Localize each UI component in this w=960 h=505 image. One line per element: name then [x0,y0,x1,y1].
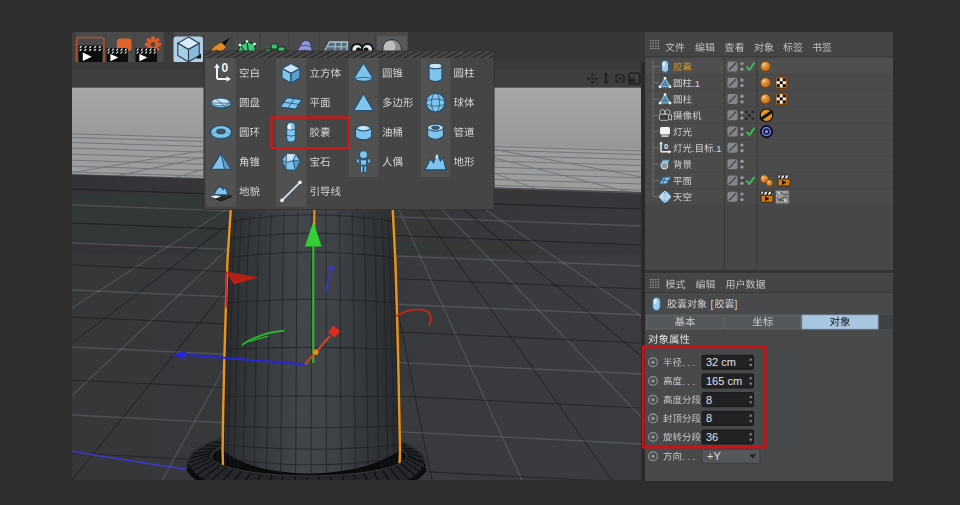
svg-text:. . .: . . . [682,451,695,462]
svg-text:.1: .1 [714,143,722,154]
svg-text:0: 0 [222,61,229,75]
svg-text:36: 36 [706,431,718,443]
svg-text:. . .: . . . [682,376,695,387]
svg-text:[: [ [711,299,714,310]
svg-text:165 cm: 165 cm [706,375,742,387]
svg-text:32 cm: 32 cm [706,356,736,368]
svg-text:8: 8 [706,412,712,424]
svg-text:. . .: . . . [682,357,695,368]
svg-text:.1: .1 [692,78,700,89]
svg-text:+Y: +Y [707,450,721,462]
svg-text:.: . [692,143,695,154]
svg-text:]: ] [735,299,738,310]
svg-text:8: 8 [706,394,712,406]
svg-text:0: 0 [664,142,668,151]
